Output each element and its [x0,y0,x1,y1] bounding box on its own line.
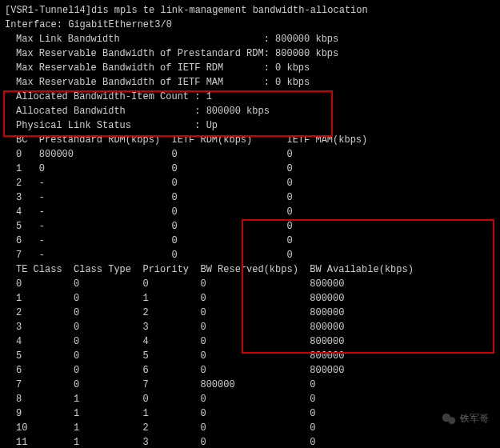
command-text: dis mpls te link-management bandwidth-al… [91,5,368,16]
watermark: 铁军哥 [442,411,489,426]
wechat-icon [442,413,456,425]
te-row: 2 0 2 0 800000 [5,306,495,320]
interface-line: Interface: GigabitEthernet3/0 [5,18,495,32]
te-row: 5 0 5 0 800000 [5,349,495,363]
terminal-output[interactable]: [VSR1-Tunnel14]dis mpls te link-manageme… [5,3,495,448]
watermark-text: 铁军哥 [460,411,489,426]
header-row: Allocated Bandwidth-Item Count : 1 [5,90,495,104]
te-row: 4 0 4 0 800000 [5,334,495,349]
te-row: 9 1 1 0 0 [5,406,495,421]
bc-row: 7 - 0 0 [5,248,495,262]
bc-row: 1 0 0 0 [5,162,495,176]
te-row: 0 0 0 0 800000 [5,277,495,291]
header-row: Max Reservable Bandwidth of IETF RDM : 0… [5,61,495,75]
header-row: Physical Link Status : Up [5,118,495,133]
bc-row: 4 - 0 0 [5,205,495,219]
te-row: 3 0 3 0 800000 [5,320,495,334]
bc-row: 0 800000 0 0 [5,147,495,162]
te-row: 11 1 3 0 0 [5,435,495,448]
header-row: Max Reservable Bandwidth of IETF MAM : 0… [5,75,495,90]
bc-table: BC Prestandard RDM(kbps) IETF RDM(kbps) … [5,133,495,262]
bc-row: 5 - 0 0 [5,219,495,234]
header-row: Max Reservable Bandwidth of Prestandard … [5,46,495,61]
te-row: 8 1 0 0 0 [5,392,495,406]
bc-row: 2 - 0 0 [5,176,495,190]
te-class-table: TE Class Class Type Priority BW Reserved… [5,262,495,448]
te-row: 6 0 6 0 800000 [5,363,495,378]
te-header-row: TE Class Class Type Priority BW Reserved… [5,262,495,277]
bc-row: 6 - 0 0 [5,234,495,248]
te-row: 7 0 7 800000 0 [5,378,495,392]
te-row: 10 1 2 0 0 [5,421,495,435]
header-row: Allocated Bandwidth : 800000 kbps [5,104,495,118]
bc-row: 3 - 0 0 [5,190,495,205]
command-line: [VSR1-Tunnel14]dis mpls te link-manageme… [5,3,495,18]
svg-point-1 [448,417,455,424]
header-row: Max Link Bandwidth : 800000 kbps [5,32,495,46]
bc-header-row: BC Prestandard RDM(kbps) IETF RDM(kbps) … [5,133,495,147]
header-info-block: Max Link Bandwidth : 800000 kbpsMax Rese… [5,32,495,133]
prompt: [VSR1-Tunnel14] [5,5,91,16]
te-row: 1 0 1 0 800000 [5,291,495,306]
